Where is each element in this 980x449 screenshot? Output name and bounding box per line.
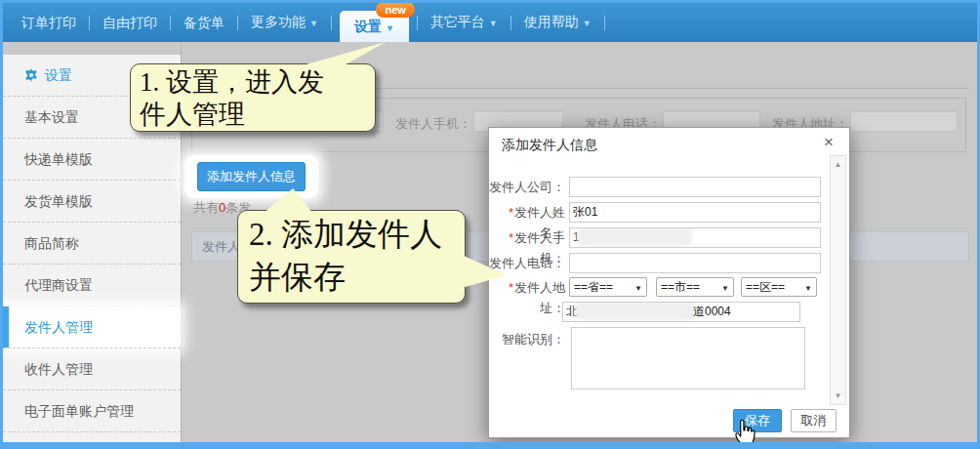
field-row-mobile: *发件人手机： 1 [489,227,849,249]
nav-item-help[interactable]: 使用帮助▼ [511,2,604,43]
field-row-phone: 发件人电话： [489,253,849,274]
chevron-down-icon: ▼ [721,279,729,298]
tutorial-callout-step2: 2. 添加发件人 并保存 [237,210,466,304]
new-badge: new [376,2,414,18]
district-select[interactable]: ==区==▼ [741,277,817,297]
chevron-down-icon: ▼ [309,19,318,28]
scroll-down-icon[interactable]: ▼ [831,391,845,400]
nav-separator [604,16,605,30]
censored-blur [578,305,693,317]
filter-label-mobile: 发件人手机： [395,115,471,133]
phone-label: 发件人电话： [489,253,565,273]
field-row-address: *发件人地址： ==省==▼ ==市==▼ ==区==▼ [489,277,849,299]
chevron-down-icon: ▼ [804,279,812,298]
add-sender-dialog: 添加发件人信息 × 发件人公司： *发件人姓名： 张01 *发件人手机： 1 发… [488,127,850,438]
censored-blur [580,230,689,243]
chevron-down-icon: ▼ [489,19,498,28]
sidebar-item-ewaybill-account[interactable]: 电子面单账户管理 [3,390,181,432]
nav-item-order-print[interactable]: 订单打印 [9,3,89,42]
sidebar-item-express-template[interactable]: 快递单模版 [3,139,181,181]
top-nav: 订单打印 自由打印 备货单 更多功能▼ 设置▼ new 其它平台▼ 使用帮助▼ [3,3,977,42]
chevron-down-icon: ▼ [634,279,642,298]
cancel-button[interactable]: 取消 [791,409,837,432]
sidebar-item-product-shortname[interactable]: 商品简称 [3,223,181,265]
smart-recognition-label: 智能识别： [489,329,565,349]
tutorial-callout-step1: 1. 设置，进入发 件人管理 [130,63,376,132]
field-row-name: *发件人姓名： 张01 [489,202,849,224]
add-sender-button[interactable]: 添加发件人信息 [197,162,306,191]
nav-item-more-functions[interactable]: 更多功能▼ [238,2,331,43]
gear-icon [24,68,38,82]
dialog-scrollbar[interactable]: ▲ ▼ [830,155,846,405]
smart-recognition-textarea[interactable] [571,327,805,389]
name-input[interactable]: 张01 [569,202,821,223]
nav-tab-settings-active[interactable]: 设置▼ new [340,11,409,42]
sidebar-item-shipping-template[interactable]: 发货单模版 [3,181,181,223]
dialog-title: 添加发件人信息 [502,137,597,154]
required-mark: * [509,230,513,245]
field-row-company: 发件人公司： [489,177,849,198]
nav-separator [331,16,332,30]
sidebar-item-ewaybill-share[interactable]: 电子面单分享new [3,432,181,449]
scroll-up-icon[interactable]: ▲ [831,160,845,169]
hand-cursor-icon [732,417,757,448]
mobile-input[interactable]: 1 [569,227,821,248]
field-row-address-detail: 北道0004 [489,302,849,323]
phone-input[interactable] [569,253,821,273]
chevron-down-icon: ▼ [386,23,394,33]
province-select[interactable]: ==省==▼ [569,277,647,297]
company-input[interactable] [569,177,821,197]
nav-item-other-platforms[interactable]: 其它平台▼ [418,2,510,43]
add-sender-highlight: 添加发件人信息 [184,155,318,198]
sidebar-item-agent-settings[interactable]: 代理商设置 [3,265,181,306]
sidebar-item-sender-management[interactable]: 发件人管理 [3,306,181,348]
nav-item-free-print[interactable]: 自由打印 [90,3,170,42]
city-select[interactable]: ==市==▼ [656,277,734,297]
sidebar-item-receiver-management[interactable]: 收件人管理 [3,348,181,390]
chevron-down-icon: ▼ [583,19,592,28]
close-icon[interactable]: × [824,133,834,152]
nav-item-stock-list[interactable]: 备货单 [171,3,237,42]
required-mark: * [509,280,513,295]
app-window: 订单打印 自由打印 备货单 更多功能▼ 设置▼ new 其它平台▼ 使用帮助▼ … [0,0,980,449]
address-detail-input[interactable]: 北道0004 [562,302,800,322]
company-label: 发件人公司： [489,177,565,197]
filter-input-address[interactable] [850,111,958,132]
required-mark: * [509,205,513,220]
